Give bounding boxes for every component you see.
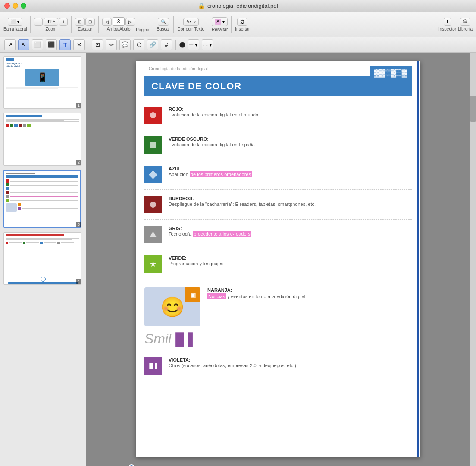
violeta-name: VIOLETA: xyxy=(169,357,412,362)
color-circle xyxy=(179,42,185,48)
page-label-group: Página xyxy=(136,16,149,32)
scale-group: ⊞ ⊟ Escalar xyxy=(75,18,95,31)
gris-triangle-icon xyxy=(150,231,157,237)
chevron-down-icon: ▾ xyxy=(17,19,19,24)
toolbar-separator-2 xyxy=(71,16,72,33)
correct-text-button[interactable]: ✎⟷ xyxy=(183,18,199,26)
thumbnail-1[interactable]: Cronología de laedición digital 📱 1 xyxy=(3,56,82,109)
page-forward-button[interactable]: ▷ xyxy=(125,18,135,26)
vertical-scrollbar[interactable] xyxy=(470,53,476,466)
zoom-value-button[interactable]: 91% xyxy=(44,18,58,26)
color-key-title: CLAVE DE COLOR xyxy=(151,81,405,92)
text-select-button[interactable]: ⬜ xyxy=(32,39,43,50)
color-item-gris: GRIS: Tecnología precedente a los e-read… xyxy=(144,220,412,249)
color-item-burdeos: BURDEOS: Despliegue de la "cacharrería":… xyxy=(144,190,412,220)
thumb-frame-4 xyxy=(3,232,81,285)
burdeos-text: BURDEOS: Despliegue de la "cacharrería":… xyxy=(169,196,412,208)
main-toolbar: ⬜ ▾ Barra lateral − 91% + Zoom ⊞ ⊟ Escal… xyxy=(0,12,476,37)
smile-face-icon: 😊 xyxy=(160,296,185,318)
color-selector[interactable] xyxy=(179,42,185,48)
link-button[interactable]: 🔗 xyxy=(147,39,158,50)
gris-highlight: precedente a los e-readers xyxy=(193,231,251,237)
chevron-down-icon-highlight: ▾ xyxy=(222,19,225,24)
library-button[interactable]: 🏛 xyxy=(460,18,470,26)
inspector-button[interactable]: ℹ xyxy=(444,18,451,26)
azul-name: AZUL: xyxy=(169,166,412,171)
minimize-button[interactable] xyxy=(13,3,18,9)
highlight-button[interactable]: A ▾ xyxy=(212,17,228,26)
color-items-list: ROJO: Evolución de la edición digital en… xyxy=(136,96,420,283)
inspector-label: Inspector xyxy=(438,27,456,31)
inspector-group: ℹ Inspector xyxy=(438,18,456,31)
insert-button[interactable]: 🖼 xyxy=(237,18,247,26)
select-extend-button[interactable]: ↗ xyxy=(4,39,16,50)
logo-box: ▓▓▒▓▒▓ xyxy=(370,66,412,80)
thumb-frame-2 xyxy=(3,113,81,166)
hash-button[interactable]: # xyxy=(161,39,172,50)
thumbnail-sidebar: Cronología de laedición digital 📱 1 xyxy=(0,53,86,466)
scale-button-2[interactable]: ⊟ xyxy=(85,18,95,26)
verde-oscuro-swatch xyxy=(144,136,162,154)
naranja-name: NARANJA: xyxy=(207,287,412,293)
violeta-section: ▐▌▌ VIOLETA: Otros (sucesos, anécdotas, … xyxy=(136,351,420,381)
purple-bar-icon: ▐▌▌ xyxy=(171,333,197,346)
thumbnail-3[interactable]: 3 xyxy=(3,170,82,228)
orange-square-icon: ▣ xyxy=(190,292,196,299)
zoom-group: − 91% + Zoom xyxy=(34,18,68,31)
page-input[interactable] xyxy=(113,17,125,26)
annotation-toolbar: ↗ ↖ ⬜ ⬛ T ✕ ⊡ ✏ 💬 ⬡ 🔗 # ─ ▾ - - ▾ xyxy=(0,37,476,53)
toolbar-separator-4 xyxy=(153,16,153,33)
gris-description: Tecnología precedente a los e-readers xyxy=(169,231,412,237)
burdeos-circle-icon xyxy=(150,202,156,208)
naranja-text-area: NARANJA: Noticias y eventos en torno a l… xyxy=(207,287,412,300)
close-button[interactable] xyxy=(4,3,10,9)
correct-text-group: ✎⟷ Corregir Texto xyxy=(177,18,204,31)
text-tool-button[interactable]: T xyxy=(60,39,71,50)
pagina-label: Página xyxy=(136,28,149,32)
maximize-button[interactable] xyxy=(21,3,26,9)
stamp-button[interactable]: ⬡ xyxy=(133,39,144,50)
smile-card: 😊 ▣ xyxy=(144,287,200,326)
page-back-button[interactable]: ◁ xyxy=(102,18,112,26)
pencil-button[interactable]: ✏ xyxy=(106,39,117,50)
zoom-out-button[interactable]: − xyxy=(34,18,43,26)
thumbnail-2[interactable]: 2 xyxy=(3,113,82,166)
library-group: 🏛 Librería xyxy=(458,18,473,31)
insert-label: Insertar xyxy=(235,27,250,31)
scale-button-1[interactable]: ⊞ xyxy=(75,18,85,26)
title-bar: 🔒 cronologia_ediciondigital.pdf xyxy=(0,0,476,12)
verde-name: VERDE: xyxy=(169,255,412,261)
area-select-button[interactable]: ⬛ xyxy=(46,39,57,50)
library-label: Librería xyxy=(458,27,473,31)
comment-button[interactable]: 💬 xyxy=(119,39,131,50)
verde-oscuro-square-icon xyxy=(150,142,156,148)
search-button[interactable]: 🔍 xyxy=(158,18,169,26)
cross-tool-button[interactable]: ✕ xyxy=(73,39,85,50)
thumb-frame-1: Cronología de laedición digital 📱 xyxy=(3,56,81,109)
burdeos-swatch xyxy=(144,196,162,213)
pdf-page: ▓▓▒▓▒▓ Cronología de la edición digital … xyxy=(136,61,420,457)
highlight-group: A ▾ Resaltar xyxy=(212,17,228,32)
azul-description: Aparición de los primeros ordenadores xyxy=(169,171,412,178)
text-box-button[interactable]: ⊡ xyxy=(92,39,103,50)
burdeos-description: Despliegue de la "cacharrería": E-reader… xyxy=(169,201,412,208)
line-style-button[interactable]: ─ ▾ xyxy=(188,39,199,50)
verde-text: VERDE: Programación y lenguajes xyxy=(169,255,412,267)
traffic-lights xyxy=(4,3,26,9)
bottom-section: Smil▐▌▌ xyxy=(136,331,420,351)
pdf-viewer[interactable]: ▓▓▒▓▒▓ Cronología de la edición digital … xyxy=(86,53,470,466)
zoom-in-button[interactable]: + xyxy=(59,18,68,26)
verde-oscuro-text: VERDE OSCURO: Evolución de la edición di… xyxy=(169,136,412,148)
sidebar-toggle-button[interactable]: ⬜ ▾ xyxy=(8,18,22,26)
thumb-number-1: 1 xyxy=(76,103,81,108)
thumbnail-4[interactable]: 4 xyxy=(3,232,82,285)
select-button[interactable]: ↖ xyxy=(18,39,29,50)
color-item-verde: ★ VERDE: Programación y lenguajes xyxy=(144,249,412,279)
dash-style-button[interactable]: - - ▾ xyxy=(202,39,213,50)
insert-group: 🖼 Insertar xyxy=(235,18,250,31)
verde-description: Programación y lenguajes xyxy=(169,261,412,267)
scrollbar-thumb[interactable] xyxy=(470,96,476,122)
sidebar-toggle-group: ⬜ ▾ Barra lateral xyxy=(3,18,27,31)
verde-oscuro-name: VERDE OSCURO: xyxy=(169,136,412,142)
correct-text-label: Corregir Texto xyxy=(177,27,204,31)
